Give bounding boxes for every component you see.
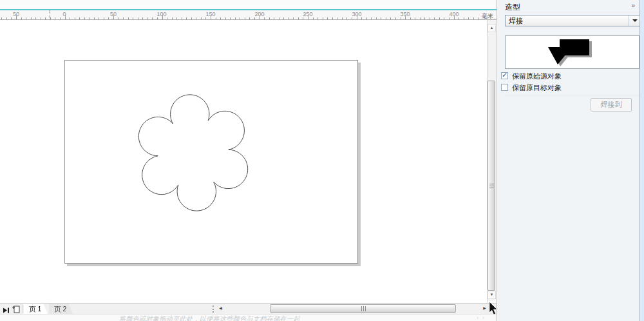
chevron-down-icon — [629, 15, 639, 26]
ruler-tick — [454, 15, 455, 19]
scroll-down-button[interactable]: ▼ — [488, 291, 496, 299]
docker-collapse-icon[interactable]: » — [631, 2, 635, 9]
ruler-tick — [162, 15, 163, 19]
weld-preview-icon — [506, 36, 639, 68]
pane-splitter[interactable] — [213, 306, 214, 313]
ruler-tick — [113, 15, 114, 19]
checkbox[interactable]: ✓ — [501, 84, 508, 91]
palette-scroll-chevrons[interactable]: ›› — [477, 315, 488, 321]
leave-source-checkbox-row[interactable]: ✓ 保留原始源对象 — [501, 72, 639, 81]
ruler-tick — [279, 17, 279, 19]
ruler-tick — [303, 17, 303, 19]
ruler-tick — [26, 17, 26, 19]
ruler-tick — [79, 17, 80, 19]
bottom-bar: 页 1 页 2 ◀ ▶ — [0, 303, 497, 314]
ruler-tick — [240, 17, 240, 19]
drawing-canvas[interactable] — [0, 20, 488, 303]
ruler-tick — [376, 17, 377, 19]
ruler-tick — [420, 17, 421, 19]
horizontal-scroll-thumb[interactable] — [270, 304, 456, 313]
ruler-tick — [459, 17, 459, 19]
last-page-button[interactable] — [2, 305, 11, 313]
ruler-tick — [381, 17, 381, 19]
ruler-tick — [327, 17, 328, 19]
vertical-scrollbar[interactable]: ▲ ▼ — [488, 20, 496, 301]
ruler-tick — [176, 17, 177, 19]
document-page[interactable] — [64, 60, 358, 264]
ruler-tick — [167, 17, 167, 19]
horizontal-ruler[interactable]: 50 0 50 100 150 200 250 300 350 400 毫米 — [0, 10, 497, 20]
ruler-tick — [444, 17, 444, 19]
scroll-up-button[interactable]: ▲ — [488, 24, 496, 32]
ruler-tick — [235, 17, 236, 19]
vertical-scroll-thumb[interactable] — [488, 81, 495, 291]
ruler-tick — [152, 17, 153, 19]
ruler-tick — [415, 17, 415, 19]
ruler-tick — [434, 17, 435, 19]
ruler-tick — [352, 17, 352, 19]
ruler-tick — [201, 17, 202, 19]
ruler-tick — [410, 17, 411, 19]
ruler-tick — [182, 17, 182, 19]
ruler-tick — [75, 17, 75, 19]
status-bar: 将颜色或对象拖动至此处，以便将这些颜色与文档存储在一起 ›› — [0, 314, 497, 321]
checkbox[interactable]: ✓ — [501, 72, 508, 79]
ruler-tick — [289, 17, 289, 19]
ruler-tick — [478, 17, 478, 19]
ruler-tick — [468, 17, 469, 19]
ruler-tick — [254, 17, 255, 19]
ruler-tick — [220, 17, 221, 19]
ruler-tick — [230, 17, 231, 19]
ruler-tick — [216, 17, 216, 19]
document-palette-hint: 将颜色或对象拖动至此处，以便将这些颜色与文档存储在一起 — [119, 315, 300, 321]
checkbox-label: 保留原始源对象 — [512, 72, 562, 81]
ruler-tick — [211, 15, 211, 19]
checkbox-label: 保留原目标对象 — [512, 83, 562, 93]
ruler-tick — [323, 17, 323, 19]
thumb-grip — [363, 306, 364, 311]
ruler-tick — [342, 17, 343, 19]
ruler-tick — [89, 17, 90, 19]
app-window: 50 0 50 100 150 200 250 300 350 400 毫米 ▲… — [0, 0, 644, 321]
ruler-tick — [65, 15, 66, 19]
page-tab-2[interactable]: 页 2 — [49, 304, 73, 314]
page-tab-1[interactable]: 页 1 — [24, 304, 48, 314]
ruler-tick — [386, 17, 386, 19]
ruler-tick — [298, 17, 299, 19]
horizontal-scrollbar[interactable] — [225, 304, 480, 314]
ruler-tick — [128, 17, 129, 19]
ruler-tick — [16, 15, 17, 19]
leave-target-checkbox-row[interactable]: ✓ 保留原目标对象 — [501, 83, 639, 92]
ruler-tick — [157, 17, 158, 19]
ruler-tick — [401, 17, 401, 19]
ruler-tick — [225, 17, 226, 19]
ruler-tick — [395, 17, 396, 19]
ruler-tick — [205, 17, 206, 19]
ruler-tick — [1, 17, 2, 19]
ruler-tick — [60, 17, 61, 19]
ruler-tick — [283, 17, 284, 19]
ruler-tick — [191, 17, 192, 19]
last-page-icon — [3, 307, 10, 314]
weld-to-button[interactable]: 焊接到 — [591, 98, 632, 112]
add-page-button[interactable] — [12, 305, 21, 313]
ruler-tick — [473, 17, 474, 19]
scroll-left-button[interactable]: ◀ — [216, 304, 225, 314]
ruler-tick — [123, 17, 124, 19]
ruler-tick — [104, 17, 104, 19]
docker-divider — [505, 95, 640, 95]
weld-preview — [505, 35, 639, 69]
ruler-tick — [99, 17, 99, 19]
ruler-tick — [118, 17, 119, 19]
shaping-mode-select[interactable]: 焊接 — [505, 15, 640, 26]
ruler-tick — [196, 17, 196, 19]
ruler-tick — [245, 17, 245, 19]
ruler-tick — [94, 17, 95, 19]
collapsed-docker-strip[interactable] — [639, 0, 644, 321]
ruler-tick — [35, 17, 36, 19]
ruler-tick — [430, 17, 430, 19]
ruler-tick — [274, 17, 274, 19]
ruler-tick — [405, 15, 406, 19]
ruler-tick — [147, 17, 148, 19]
ruler-tick — [260, 15, 260, 19]
